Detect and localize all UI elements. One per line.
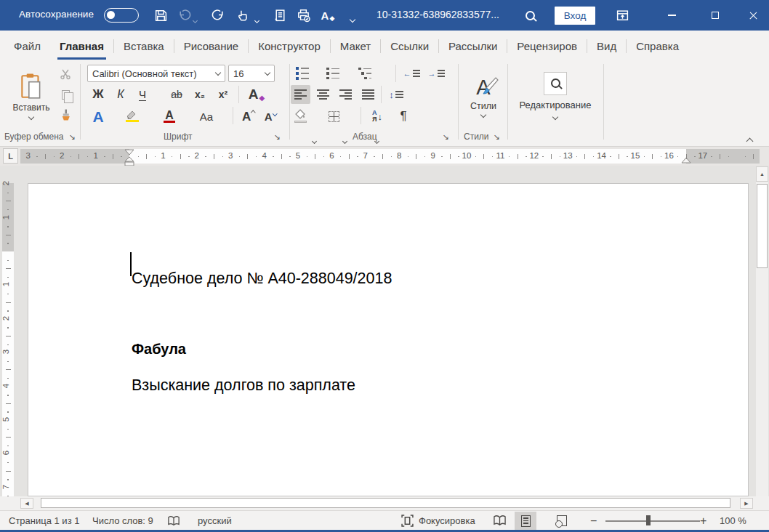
font-color-button[interactable]: А — [160, 107, 179, 126]
page-indicator[interactable]: Страница 1 из 1 — [9, 511, 79, 531]
decrease-indent-button[interactable]: ← — [401, 65, 422, 82]
print-preview-button[interactable] — [270, 6, 289, 25]
underline-button[interactable]: Ч — [134, 86, 151, 103]
decrease-indent-arrow-icon: ← — [403, 69, 411, 78]
tab-рисование[interactable]: Рисование — [174, 31, 249, 61]
strikethrough-button[interactable]: ab — [167, 86, 186, 103]
paragraph-dialog-launcher[interactable]: ↘ — [440, 132, 451, 142]
shading-button[interactable] — [291, 107, 310, 126]
grow-font-button[interactable]: А — [238, 107, 259, 126]
tab-рецензиров[interactable]: Рецензиров — [507, 31, 587, 61]
collapse-ribbon-button[interactable] — [747, 134, 752, 147]
bullets-button[interactable] — [294, 65, 311, 82]
ribbon-display-options-button[interactable] — [613, 6, 632, 25]
tab-файл[interactable]: Файл — [4, 31, 50, 61]
read-mode-button[interactable] — [488, 512, 510, 530]
minimize-button[interactable] — [656, 0, 688, 31]
zoom-slider-track[interactable] — [605, 520, 700, 522]
ruler-number: 15 — [631, 151, 640, 160]
word-count[interactable]: Число слов: 9 — [92, 511, 153, 531]
print-layout-button[interactable] — [515, 512, 536, 530]
focus-mode-button[interactable]: Фокусировка — [401, 511, 475, 531]
show-formatting-marks-button[interactable]: ¶ — [394, 107, 413, 126]
quick-print-button[interactable] — [294, 6, 313, 25]
proofing-status-button[interactable] — [167, 511, 180, 531]
clear-formatting-button[interactable]: А ◆ — [246, 84, 267, 104]
zoom-level[interactable]: 100 % — [720, 511, 746, 531]
cut-button[interactable] — [57, 65, 74, 83]
font-name-select[interactable]: Calibri (Основной текст) — [87, 65, 225, 82]
highlight-color-button[interactable] — [121, 107, 141, 126]
tab-stop-selector[interactable]: L — [3, 148, 18, 164]
format-painter-button[interactable] — [57, 106, 74, 124]
doc-title-line[interactable]: Судебное дело № А40-288049/2018 — [132, 270, 392, 288]
tab-вид[interactable]: Вид — [587, 31, 626, 61]
tab-рассылки[interactable]: Рассылки — [439, 31, 507, 61]
align-right-button[interactable] — [336, 85, 355, 104]
undo-chevron-icon[interactable] — [193, 12, 197, 25]
font-dialog-launcher[interactable]: ↘ — [272, 132, 282, 142]
align-center-button[interactable] — [313, 85, 333, 104]
paste-button[interactable]: Вставить — [9, 64, 54, 128]
font-size-select[interactable]: 16 — [228, 65, 275, 82]
text-effects-button[interactable]: А — [89, 107, 108, 126]
numbering-button[interactable] — [324, 65, 342, 82]
redo-button[interactable] — [209, 6, 228, 25]
sign-in-button[interactable]: Вход — [555, 7, 595, 25]
scroll-left-button[interactable]: ◀ — [20, 498, 33, 509]
subscript-button[interactable]: x₂ — [190, 86, 209, 103]
ruler-number: 4 — [1, 383, 10, 387]
clipboard-dialog-launcher[interactable]: ↘ — [67, 132, 77, 142]
tab-макет[interactable]: Макет — [331, 31, 380, 61]
touch-mode-chevron-icon[interactable] — [255, 12, 259, 25]
doc-body-line[interactable]: Взыскание долгов по зарплате — [132, 376, 355, 395]
tab-ссылки[interactable]: Ссылки — [381, 31, 438, 61]
shading-icon — [294, 109, 307, 124]
search-button[interactable] — [520, 6, 539, 25]
borders-button[interactable] — [324, 107, 343, 126]
bold-button[interactable]: Ж — [89, 86, 108, 103]
copy-button[interactable] — [57, 86, 74, 103]
bullets-chevron-icon[interactable] — [313, 133, 316, 146]
customize-qat-chevron-icon[interactable] — [350, 12, 355, 25]
touch-mode-button[interactable] — [233, 6, 251, 25]
align-left-button[interactable] — [291, 85, 310, 104]
doc-heading[interactable]: Фабула — [132, 341, 186, 358]
sort-button[interactable]: АЯ ↓ — [366, 107, 388, 126]
autosave-toggle[interactable] — [104, 8, 139, 23]
increase-indent-button[interactable]: → — [426, 65, 446, 82]
tab-справка[interactable]: Справка — [627, 31, 688, 61]
close-button[interactable] — [737, 0, 769, 31]
tab-главная[interactable]: Главная — [50, 31, 113, 61]
zoom-in-button[interactable]: + — [700, 511, 706, 531]
editing-button[interactable]: Редактирование — [513, 63, 597, 127]
undo-button[interactable] — [174, 6, 193, 25]
styles-button[interactable]: А Стили — [462, 64, 504, 128]
save-button[interactable] — [151, 6, 170, 25]
vertical-scrollbar[interactable]: ▲ — [756, 166, 768, 496]
editor-button[interactable]: А ◆ — [318, 6, 337, 25]
horizontal-scrollbar[interactable]: ◀ ▶ — [0, 496, 769, 510]
zoom-out-button[interactable]: − — [590, 511, 597, 531]
vertical-scroll-thumb[interactable] — [757, 184, 768, 268]
multilevel-list-button[interactable] — [356, 65, 374, 82]
justify-button[interactable] — [358, 85, 378, 104]
italic-button[interactable]: К — [112, 86, 129, 103]
scroll-up-button[interactable]: ▲ — [756, 166, 768, 182]
tab-конструктор[interactable]: Конструктор — [249, 31, 330, 61]
numbering-chevron-icon[interactable] — [343, 133, 347, 146]
scroll-right-button[interactable]: ▶ — [740, 498, 753, 509]
styles-dialog-launcher[interactable]: ↘ — [491, 132, 502, 142]
web-layout-button[interactable] — [551, 512, 573, 530]
tab-вставка[interactable]: Вставка — [114, 31, 174, 61]
zoom-slider-thumb[interactable] — [646, 515, 651, 525]
shrink-font-button[interactable]: А — [260, 107, 281, 126]
change-case-button[interactable]: Aa — [196, 107, 217, 126]
ruler-tick — [6, 369, 11, 370]
superscript-button[interactable]: x² — [214, 86, 233, 103]
document-page[interactable]: Судебное дело № А40-288049/2018 Фабула В… — [28, 183, 749, 496]
maximize-button[interactable] — [699, 0, 731, 31]
line-spacing-button[interactable]: ↕ — [385, 85, 407, 104]
horizontal-scroll-thumb[interactable] — [41, 498, 730, 508]
language-indicator[interactable]: русский — [198, 511, 232, 531]
